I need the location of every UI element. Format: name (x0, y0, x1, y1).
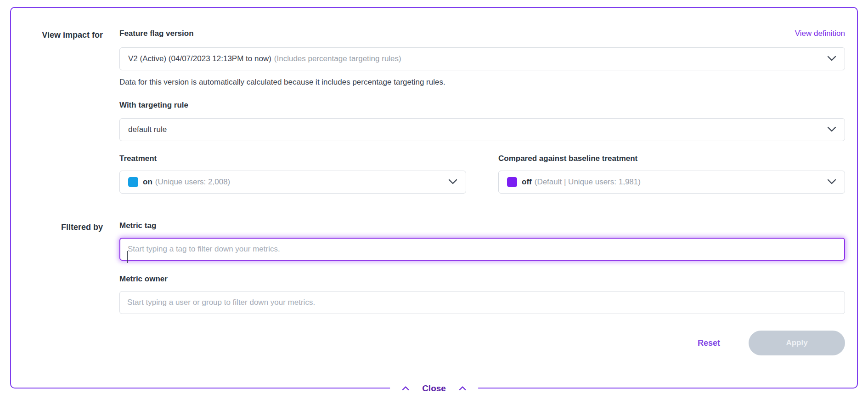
chevron-down-icon (827, 125, 836, 134)
metric-owner-input-wrap (119, 291, 845, 314)
view-impact-row: View impact for Feature flag version Vie… (11, 29, 845, 194)
feature-flag-version-label: Feature flag version (119, 29, 194, 38)
treatment-note: (Unique users: 2,008) (155, 177, 230, 187)
treatment-on-swatch (128, 177, 138, 187)
baseline-off-swatch (507, 177, 517, 187)
metric-owner-label: Metric owner (119, 274, 845, 284)
feature-flag-version-note: (Includes percentage targeting rules) (274, 54, 401, 63)
feature-flag-version-value: V2 (Active) (04/07/2023 12:13PM to now) (128, 54, 271, 63)
metric-tag-label: Metric tag (119, 221, 845, 230)
filtered-by-row-label: Filtered by (11, 221, 103, 355)
treatment-select[interactable]: on (Unique users: 2,008) (119, 171, 466, 194)
close-panel-control[interactable]: Close (390, 382, 478, 395)
metric-tag-input-wrap (119, 238, 845, 261)
baseline-column: Compared against baseline treatment off … (498, 154, 845, 194)
chevron-up-icon (402, 384, 409, 393)
metric-tag-input[interactable] (119, 238, 845, 261)
baseline-treatment-label: Compared against baseline treatment (498, 154, 845, 163)
feature-flag-version-select[interactable]: V2 (Active) (04/07/2023 12:13PM to now) … (119, 47, 845, 70)
metric-owner-input[interactable] (119, 291, 845, 314)
apply-button[interactable]: Apply (749, 331, 845, 355)
filtered-by-row: Filtered by Metric tag Metric owner Rese… (11, 221, 845, 355)
targeting-rule-select[interactable]: default rule (119, 118, 845, 141)
view-definition-link[interactable]: View definition (795, 29, 845, 38)
chevron-down-icon (827, 54, 836, 63)
treatment-label: Treatment (119, 154, 466, 163)
chevron-down-icon (827, 177, 836, 187)
close-label: Close (422, 383, 446, 394)
chevron-up-icon (459, 384, 466, 393)
version-helper-text: Data for this version is automatically c… (119, 78, 845, 87)
view-impact-filter-panel: View impact for Feature flag version Vie… (10, 7, 858, 389)
targeting-rule-label: With targeting rule (119, 101, 845, 110)
baseline-treatment-name: off (522, 177, 532, 187)
view-impact-row-label: View impact for (11, 29, 103, 194)
view-impact-fields: Feature flag version View definition V2 … (119, 29, 845, 194)
baseline-treatment-note: (Default | Unique users: 1,981) (535, 177, 641, 187)
targeting-rule-value: default rule (128, 125, 167, 134)
chevron-down-icon (448, 177, 457, 187)
text-cursor (127, 251, 128, 263)
treatment-name: on (143, 177, 152, 187)
filtered-by-fields: Metric tag Metric owner Reset Apply (119, 221, 845, 355)
footer-actions: Reset Apply (119, 331, 845, 355)
reset-button[interactable]: Reset (698, 338, 720, 348)
baseline-treatment-select[interactable]: off (Default | Unique users: 1,981) (498, 171, 845, 194)
treatment-comparison-grid: Treatment on (Unique users: 2,008) Compa… (119, 154, 845, 194)
treatment-column: Treatment on (Unique users: 2,008) (119, 154, 466, 194)
